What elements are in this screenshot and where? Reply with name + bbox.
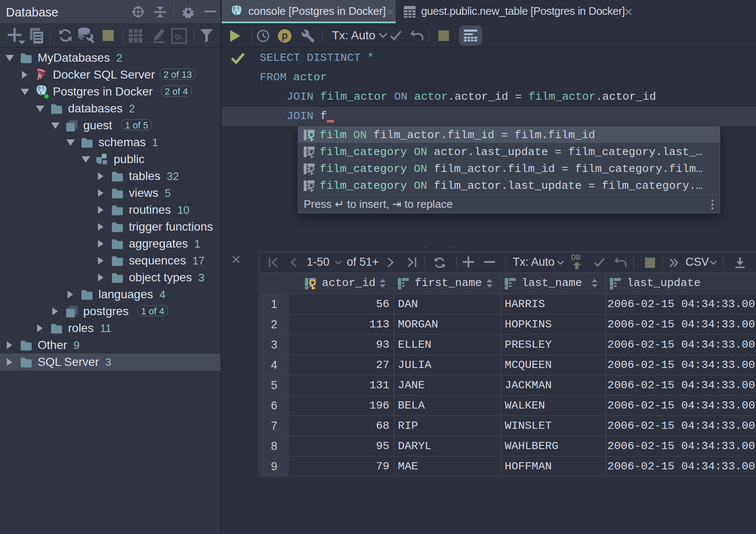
svg-text:QL: QL [175,33,184,40]
